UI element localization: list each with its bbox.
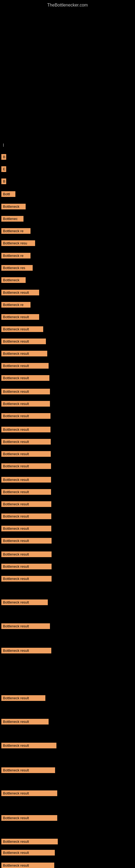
bottleneck-item: Bottleneck re (1, 253, 31, 258)
bottleneck-item: Bottleneck result (1, 623, 50, 629)
bottleneck-item: Bottleneck resu (1, 240, 35, 246)
bottleneck-item: Bottleneck result (1, 538, 52, 544)
bottleneck-item: Bottleneck result (1, 599, 48, 605)
bottleneck-item: Bottleneck result (1, 839, 58, 844)
bottleneck-item: Bottleneck result (1, 767, 55, 773)
bottleneck-item: Bottleneck result (1, 648, 51, 653)
bottleneck-item: Bottlenec (1, 216, 24, 222)
bottleneck-item: Bottleneck result (1, 375, 49, 381)
bottleneck-item: Bottleneck res (1, 265, 33, 271)
bottleneck-item: Bottleneck result (1, 815, 57, 821)
bottleneck-item: Bottleneck result (1, 401, 50, 407)
bottleneck-item: Bottleneck result (1, 351, 47, 356)
bottleneck-item: Bottleneck result (1, 314, 39, 320)
bottleneck-item: Bottleneck result (1, 552, 52, 557)
bottleneck-item: Bottleneck result (1, 695, 45, 701)
site-title: TheBottlenecker.com (0, 0, 135, 9)
bottleneck-item: Bottleneck result (1, 477, 51, 483)
bottleneck-item: Bottleneck result (1, 326, 43, 332)
bottleneck-item: Bottleneck result (1, 576, 52, 582)
bottleneck-item: Bottleneck result (1, 501, 51, 507)
bottleneck-item: Bottleneck re (1, 228, 31, 234)
bottleneck-item: Bottl (1, 191, 15, 197)
bottleneck-item: Bottleneck result (1, 489, 51, 495)
page-container: TheBottlenecker.com |BEBBottlBottleneckB… (0, 0, 135, 868)
bottleneck-item: E (1, 166, 6, 172)
bottleneck-item: Bottleneck result (1, 564, 52, 569)
bottleneck-item: Bottleneck result (1, 439, 51, 444)
bottleneck-item: Bottleneck result (1, 863, 54, 868)
bottleneck-item: B (1, 179, 6, 184)
bottleneck-item: Bottleneck result (1, 290, 39, 296)
section-label: | (1, 142, 5, 148)
bottleneck-item: Bottleneck result (1, 719, 49, 724)
bottleneck-item: Bottleneck result (1, 850, 55, 856)
bottleneck-item: Bottleneck result (1, 790, 57, 796)
bottleneck-item: Bottleneck (1, 277, 26, 283)
bottleneck-item: Bottleneck result (1, 743, 56, 748)
bottleneck-item: Bottleneck result (1, 514, 51, 519)
bottleneck-item: Bottleneck result (1, 463, 51, 469)
bottleneck-item: Bottleneck result (1, 389, 50, 394)
bottleneck-item: Bottleneck result (1, 427, 50, 432)
bottleneck-item: Bottleneck result (1, 339, 46, 344)
bottleneck-item: Bottleneck result (1, 451, 51, 457)
bottleneck-item: B (1, 154, 6, 160)
bottleneck-item: Bottleneck result (1, 413, 50, 419)
bottleneck-item: Bottleneck re (1, 302, 31, 308)
bottleneck-item: Bottleneck result (1, 526, 51, 531)
bottleneck-item: Bottleneck (1, 204, 26, 209)
bottleneck-item: Bottleneck result (1, 363, 49, 369)
